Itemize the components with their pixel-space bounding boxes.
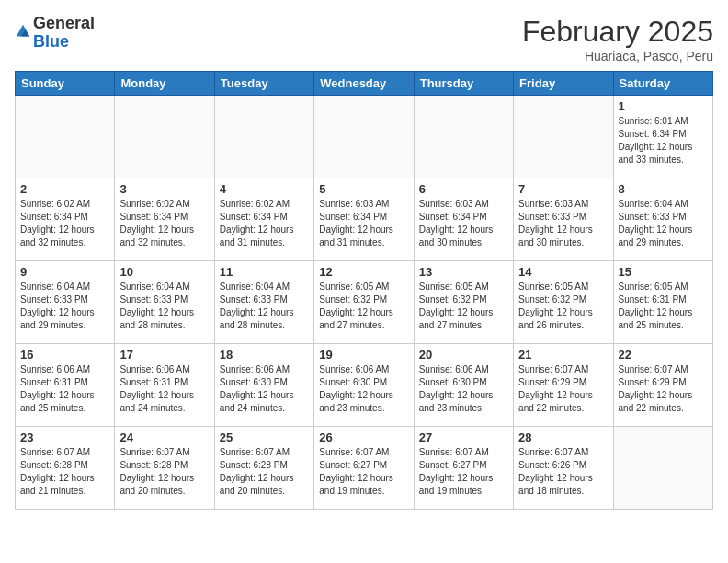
calendar-cell: 22Sunrise: 6:07 AM Sunset: 6:29 PM Dayli…	[613, 344, 712, 427]
calendar-cell	[16, 96, 115, 178]
calendar-cell	[115, 96, 214, 178]
day-number: 21	[518, 348, 608, 362]
calendar-cell: 3Sunrise: 6:02 AM Sunset: 6:34 PM Daylig…	[115, 178, 214, 261]
day-number: 15	[619, 265, 708, 279]
day-info: Sunrise: 6:06 AM Sunset: 6:31 PM Dayligh…	[20, 363, 109, 415]
calendar-cell: 27Sunrise: 6:07 AM Sunset: 6:27 PM Dayli…	[414, 427, 513, 510]
day-number: 27	[419, 431, 508, 444]
weekday-header: Saturday	[613, 72, 712, 96]
day-info: Sunrise: 6:04 AM Sunset: 6:33 PM Dayligh…	[220, 281, 309, 332]
calendar-cell: 6Sunrise: 6:03 AM Sunset: 6:34 PM Daylig…	[414, 178, 513, 261]
day-number: 16	[20, 348, 109, 362]
day-number: 28	[518, 431, 608, 444]
day-number: 7	[518, 182, 608, 196]
weekday-row: SundayMondayTuesdayWednesdayThursdayFrid…	[16, 72, 713, 96]
calendar-cell: 4Sunrise: 6:02 AM Sunset: 6:34 PM Daylig…	[214, 178, 313, 261]
day-number: 23	[20, 431, 109, 444]
calendar-cell: 13Sunrise: 6:05 AM Sunset: 6:32 PM Dayli…	[414, 261, 513, 344]
calendar-cell: 14Sunrise: 6:05 AM Sunset: 6:32 PM Dayli…	[514, 261, 613, 344]
calendar-cell: 11Sunrise: 6:04 AM Sunset: 6:33 PM Dayli…	[214, 261, 313, 344]
calendar-cell	[314, 96, 414, 178]
month-title: February 2025	[522, 15, 713, 49]
weekday-header: Tuesday	[214, 72, 313, 96]
calendar-cell	[514, 96, 613, 178]
day-info: Sunrise: 6:06 AM Sunset: 6:30 PM Dayligh…	[419, 363, 508, 415]
calendar-cell: 25Sunrise: 6:07 AM Sunset: 6:28 PM Dayli…	[214, 427, 313, 510]
calendar-header: SundayMondayTuesdayWednesdayThursdayFrid…	[16, 72, 713, 96]
day-number: 3	[119, 182, 209, 196]
day-number: 18	[220, 348, 309, 362]
day-info: Sunrise: 6:02 AM Sunset: 6:34 PM Dayligh…	[220, 198, 309, 249]
calendar-cell: 1Sunrise: 6:01 AM Sunset: 6:34 PM Daylig…	[613, 96, 712, 178]
day-number: 12	[319, 265, 408, 279]
weekday-header: Friday	[514, 72, 613, 96]
calendar-week-row: 16Sunrise: 6:06 AM Sunset: 6:31 PM Dayli…	[16, 344, 713, 427]
calendar-cell: 10Sunrise: 6:04 AM Sunset: 6:33 PM Dayli…	[115, 261, 214, 344]
calendar-cell: 7Sunrise: 6:03 AM Sunset: 6:33 PM Daylig…	[514, 178, 613, 261]
title-block: February 2025 Huariaca, Pasco, Peru	[522, 15, 713, 63]
calendar-cell	[414, 96, 513, 178]
day-number: 1	[619, 99, 708, 113]
day-number: 5	[319, 182, 408, 196]
day-info: Sunrise: 6:06 AM Sunset: 6:30 PM Dayligh…	[319, 363, 408, 415]
day-info: Sunrise: 6:07 AM Sunset: 6:28 PM Dayligh…	[220, 446, 309, 498]
weekday-header: Sunday	[16, 72, 115, 96]
day-info: Sunrise: 6:07 AM Sunset: 6:27 PM Dayligh…	[319, 446, 408, 498]
day-info: Sunrise: 6:06 AM Sunset: 6:31 PM Dayligh…	[119, 363, 209, 415]
day-number: 2	[20, 182, 109, 196]
calendar-cell: 9Sunrise: 6:04 AM Sunset: 6:33 PM Daylig…	[16, 261, 115, 344]
calendar-cell: 17Sunrise: 6:06 AM Sunset: 6:31 PM Dayli…	[115, 344, 214, 427]
day-info: Sunrise: 6:05 AM Sunset: 6:31 PM Dayligh…	[619, 281, 708, 332]
calendar-cell: 8Sunrise: 6:04 AM Sunset: 6:33 PM Daylig…	[613, 178, 712, 261]
day-info: Sunrise: 6:07 AM Sunset: 6:28 PM Dayligh…	[20, 446, 109, 498]
day-info: Sunrise: 6:07 AM Sunset: 6:27 PM Dayligh…	[419, 446, 508, 498]
calendar-cell: 12Sunrise: 6:05 AM Sunset: 6:32 PM Dayli…	[314, 261, 414, 344]
day-info: Sunrise: 6:03 AM Sunset: 6:34 PM Dayligh…	[319, 198, 408, 249]
day-number: 22	[619, 348, 708, 362]
day-info: Sunrise: 6:07 AM Sunset: 6:29 PM Dayligh…	[518, 363, 608, 415]
calendar-cell: 2Sunrise: 6:02 AM Sunset: 6:34 PM Daylig…	[16, 178, 115, 261]
day-info: Sunrise: 6:03 AM Sunset: 6:34 PM Dayligh…	[419, 198, 508, 249]
page-header: General Blue February 2025 Huariaca, Pas…	[15, 15, 713, 63]
day-info: Sunrise: 6:04 AM Sunset: 6:33 PM Dayligh…	[20, 281, 109, 332]
calendar-cell: 20Sunrise: 6:06 AM Sunset: 6:30 PM Dayli…	[414, 344, 513, 427]
location: Huariaca, Pasco, Peru	[522, 49, 713, 63]
logo-blue: Blue	[33, 32, 69, 51]
day-number: 9	[20, 265, 109, 279]
logo: General Blue	[15, 15, 95, 52]
logo-icon	[15, 23, 31, 40]
day-info: Sunrise: 6:07 AM Sunset: 6:28 PM Dayligh…	[119, 446, 209, 498]
calendar-cell: 5Sunrise: 6:03 AM Sunset: 6:34 PM Daylig…	[314, 178, 414, 261]
calendar-cell: 21Sunrise: 6:07 AM Sunset: 6:29 PM Dayli…	[514, 344, 613, 427]
calendar-cell: 18Sunrise: 6:06 AM Sunset: 6:30 PM Dayli…	[214, 344, 313, 427]
day-number: 17	[119, 348, 209, 362]
day-number: 24	[119, 431, 209, 444]
day-info: Sunrise: 6:04 AM Sunset: 6:33 PM Dayligh…	[119, 281, 209, 332]
day-number: 20	[419, 348, 508, 362]
logo-general: General	[33, 14, 95, 32]
day-number: 13	[419, 265, 508, 279]
calendar-cell	[613, 427, 712, 510]
day-info: Sunrise: 6:06 AM Sunset: 6:30 PM Dayligh…	[220, 363, 309, 415]
day-number: 6	[419, 182, 508, 196]
calendar-cell: 16Sunrise: 6:06 AM Sunset: 6:31 PM Dayli…	[16, 344, 115, 427]
day-number: 26	[319, 431, 408, 444]
calendar-week-row: 1Sunrise: 6:01 AM Sunset: 6:34 PM Daylig…	[16, 96, 713, 178]
day-number: 19	[319, 348, 408, 362]
day-info: Sunrise: 6:04 AM Sunset: 6:33 PM Dayligh…	[619, 198, 708, 249]
weekday-header: Thursday	[414, 72, 513, 96]
day-number: 11	[220, 265, 309, 279]
day-number: 10	[119, 265, 209, 279]
day-info: Sunrise: 6:02 AM Sunset: 6:34 PM Dayligh…	[119, 198, 209, 249]
day-info: Sunrise: 6:05 AM Sunset: 6:32 PM Dayligh…	[419, 281, 508, 332]
day-info: Sunrise: 6:05 AM Sunset: 6:32 PM Dayligh…	[319, 281, 408, 332]
calendar-body: 1Sunrise: 6:01 AM Sunset: 6:34 PM Daylig…	[16, 96, 713, 510]
calendar-week-row: 23Sunrise: 6:07 AM Sunset: 6:28 PM Dayli…	[16, 427, 713, 510]
day-info: Sunrise: 6:01 AM Sunset: 6:34 PM Dayligh…	[619, 115, 708, 167]
calendar-cell	[214, 96, 313, 178]
day-info: Sunrise: 6:07 AM Sunset: 6:29 PM Dayligh…	[619, 363, 708, 415]
day-number: 14	[518, 265, 608, 279]
day-number: 8	[619, 182, 708, 196]
day-number: 25	[220, 431, 309, 444]
calendar-week-row: 9Sunrise: 6:04 AM Sunset: 6:33 PM Daylig…	[16, 261, 713, 344]
